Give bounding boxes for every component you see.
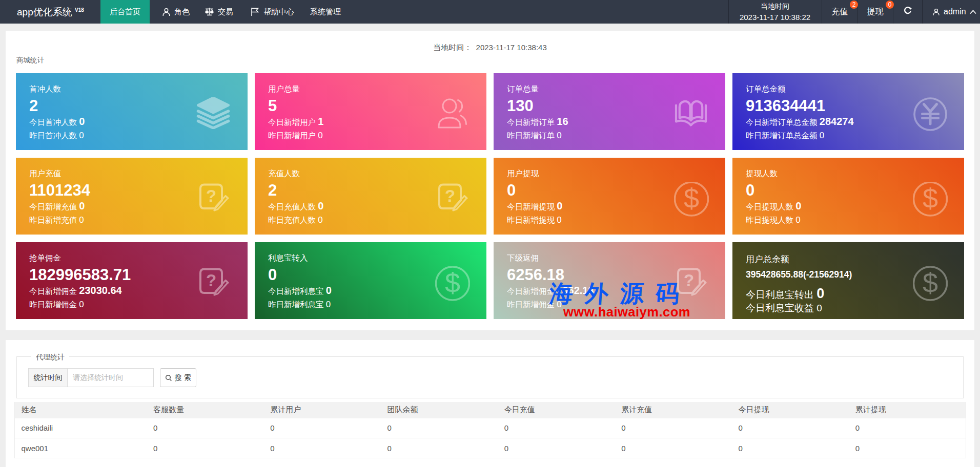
svg-text:$: $ (684, 183, 699, 214)
svg-text:?: ? (206, 186, 216, 205)
svg-text:$: $ (923, 267, 938, 298)
svg-text:$: $ (923, 183, 938, 214)
svg-text:$: $ (445, 267, 460, 298)
svg-text:?: ? (206, 271, 216, 290)
svg-text:?: ? (445, 186, 455, 205)
